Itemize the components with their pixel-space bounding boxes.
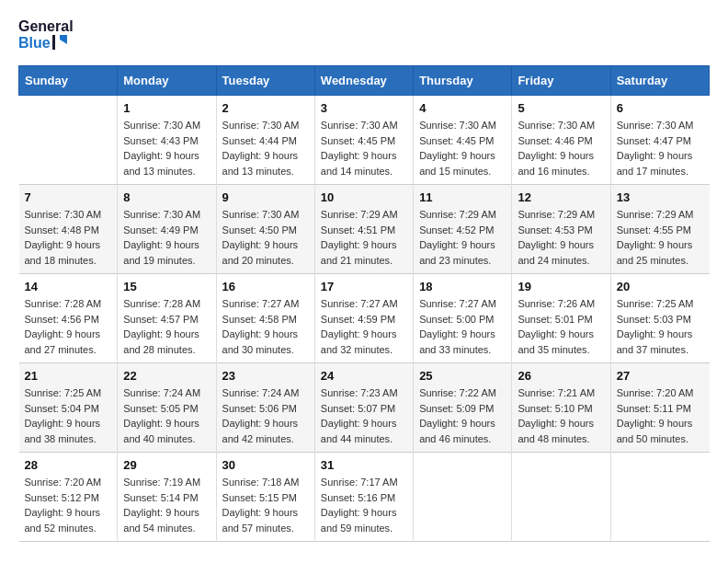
day-number: 21 — [25, 369, 112, 383]
logo-text-blue: Blue — [18, 35, 74, 52]
calendar-cell: 7Sunrise: 7:30 AMSunset: 4:48 PMDaylight… — [19, 185, 118, 274]
calendar-cell: 21Sunrise: 7:25 AMSunset: 5:04 PMDayligh… — [19, 363, 118, 453]
day-number: 9 — [222, 190, 309, 204]
day-number: 16 — [222, 280, 309, 293]
calendar-cell — [414, 453, 512, 542]
day-info: Sunrise: 7:28 AMSunset: 4:56 PMDaylight:… — [25, 296, 112, 357]
calendar-cell — [610, 453, 709, 542]
calendar-cell: 31Sunrise: 7:17 AMSunset: 5:16 PMDayligh… — [314, 453, 413, 542]
day-number: 17 — [321, 280, 407, 293]
calendar-week-row: 14Sunrise: 7:28 AMSunset: 4:56 PMDayligh… — [19, 274, 710, 363]
calendar-cell — [19, 96, 118, 185]
calendar-cell: 20Sunrise: 7:25 AMSunset: 5:03 PMDayligh… — [610, 274, 709, 363]
logo-image: General Blue — [18, 18, 74, 51]
calendar-cell: 4Sunrise: 7:30 AMSunset: 4:45 PMDaylight… — [414, 96, 512, 185]
calendar-cell: 24Sunrise: 7:23 AMSunset: 5:07 PMDayligh… — [314, 363, 413, 453]
calendar-week-row: 1Sunrise: 7:30 AMSunset: 4:43 PMDaylight… — [19, 96, 710, 185]
calendar-cell: 19Sunrise: 7:26 AMSunset: 5:01 PMDayligh… — [512, 274, 610, 363]
day-info: Sunrise: 7:30 AMSunset: 4:43 PMDaylight:… — [123, 118, 210, 178]
day-number: 18 — [419, 280, 506, 293]
day-number: 4 — [419, 101, 506, 115]
day-info: Sunrise: 7:24 AMSunset: 5:05 PMDaylight:… — [123, 385, 210, 446]
day-number: 13 — [617, 190, 704, 204]
day-info: Sunrise: 7:30 AMSunset: 4:50 PMDaylight:… — [222, 207, 309, 268]
day-info: Sunrise: 7:26 AMSunset: 5:01 PMDaylight:… — [518, 296, 604, 357]
calendar-cell: 5Sunrise: 7:30 AMSunset: 4:46 PMDaylight… — [512, 96, 610, 185]
day-number: 26 — [518, 369, 604, 383]
day-number: 30 — [222, 458, 309, 472]
calendar-cell: 18Sunrise: 7:27 AMSunset: 5:00 PMDayligh… — [414, 274, 512, 363]
calendar-cell — [512, 453, 610, 542]
calendar-cell: 28Sunrise: 7:20 AMSunset: 5:12 PMDayligh… — [19, 453, 118, 542]
day-number: 22 — [123, 369, 210, 383]
day-info: Sunrise: 7:22 AMSunset: 5:09 PMDaylight:… — [419, 385, 506, 446]
day-info: Sunrise: 7:17 AMSunset: 5:16 PMDaylight:… — [321, 475, 407, 535]
calendar-week-row: 28Sunrise: 7:20 AMSunset: 5:12 PMDayligh… — [19, 453, 710, 542]
day-number: 6 — [617, 101, 704, 115]
day-info: Sunrise: 7:25 AMSunset: 5:04 PMDaylight:… — [25, 385, 112, 446]
day-info: Sunrise: 7:30 AMSunset: 4:46 PMDaylight:… — [518, 118, 604, 178]
day-number: 7 — [25, 190, 112, 204]
weekday-header: Saturday — [610, 66, 709, 96]
day-info: Sunrise: 7:23 AMSunset: 5:07 PMDaylight:… — [321, 385, 407, 446]
day-info: Sunrise: 7:29 AMSunset: 4:55 PMDaylight:… — [617, 207, 704, 268]
calendar-cell: 29Sunrise: 7:19 AMSunset: 5:14 PMDayligh… — [118, 453, 216, 542]
day-info: Sunrise: 7:30 AMSunset: 4:47 PMDaylight:… — [617, 118, 704, 178]
calendar-cell: 22Sunrise: 7:24 AMSunset: 5:05 PMDayligh… — [118, 363, 216, 453]
svg-marker-0 — [60, 35, 67, 44]
calendar-cell: 25Sunrise: 7:22 AMSunset: 5:09 PMDayligh… — [414, 363, 512, 453]
day-number: 19 — [518, 280, 604, 293]
calendar-cell: 14Sunrise: 7:28 AMSunset: 4:56 PMDayligh… — [19, 274, 118, 363]
day-number: 2 — [222, 101, 309, 115]
day-info: Sunrise: 7:25 AMSunset: 5:03 PMDaylight:… — [617, 296, 704, 357]
calendar-cell: 10Sunrise: 7:29 AMSunset: 4:51 PMDayligh… — [314, 185, 413, 274]
page-header: General Blue — [18, 18, 710, 51]
calendar-cell: 8Sunrise: 7:30 AMSunset: 4:49 PMDaylight… — [118, 185, 216, 274]
calendar-cell: 12Sunrise: 7:29 AMSunset: 4:53 PMDayligh… — [512, 185, 610, 274]
day-info: Sunrise: 7:20 AMSunset: 5:11 PMDaylight:… — [617, 385, 704, 446]
day-info: Sunrise: 7:21 AMSunset: 5:10 PMDaylight:… — [518, 385, 604, 446]
svg-rect-1 — [52, 35, 55, 50]
calendar-cell: 16Sunrise: 7:27 AMSunset: 4:58 PMDayligh… — [216, 274, 314, 363]
day-info: Sunrise: 7:29 AMSunset: 4:51 PMDaylight:… — [321, 207, 407, 268]
day-info: Sunrise: 7:30 AMSunset: 4:48 PMDaylight:… — [25, 207, 112, 268]
calendar-cell: 23Sunrise: 7:24 AMSunset: 5:06 PMDayligh… — [216, 363, 314, 453]
calendar-cell: 3Sunrise: 7:30 AMSunset: 4:45 PMDaylight… — [314, 96, 413, 185]
day-number: 10 — [321, 190, 407, 204]
calendar-cell: 27Sunrise: 7:20 AMSunset: 5:11 PMDayligh… — [610, 363, 709, 453]
day-info: Sunrise: 7:27 AMSunset: 4:59 PMDaylight:… — [321, 296, 407, 357]
calendar-week-row: 21Sunrise: 7:25 AMSunset: 5:04 PMDayligh… — [19, 363, 710, 453]
weekday-header: Tuesday — [216, 66, 314, 96]
day-number: 20 — [617, 280, 704, 293]
day-number: 11 — [419, 190, 506, 204]
day-number: 27 — [617, 369, 704, 383]
logo-flag-icon — [52, 35, 67, 50]
day-number: 25 — [419, 369, 506, 383]
day-number: 23 — [222, 369, 309, 383]
day-number: 31 — [321, 458, 407, 472]
calendar-cell: 13Sunrise: 7:29 AMSunset: 4:55 PMDayligh… — [610, 185, 709, 274]
calendar-cell: 11Sunrise: 7:29 AMSunset: 4:52 PMDayligh… — [414, 185, 512, 274]
day-info: Sunrise: 7:29 AMSunset: 4:52 PMDaylight:… — [419, 207, 506, 268]
day-info: Sunrise: 7:24 AMSunset: 5:06 PMDaylight:… — [222, 385, 309, 446]
calendar-cell: 17Sunrise: 7:27 AMSunset: 4:59 PMDayligh… — [314, 274, 413, 363]
weekday-header: Wednesday — [314, 66, 413, 96]
day-info: Sunrise: 7:30 AMSunset: 4:45 PMDaylight:… — [321, 118, 407, 178]
logo-text-general: General — [18, 18, 74, 35]
weekday-header: Friday — [512, 66, 610, 96]
day-number: 28 — [25, 458, 112, 472]
calendar-cell: 26Sunrise: 7:21 AMSunset: 5:10 PMDayligh… — [512, 363, 610, 453]
logo: General Blue — [18, 18, 74, 51]
day-info: Sunrise: 7:29 AMSunset: 4:53 PMDaylight:… — [518, 207, 604, 268]
day-number: 12 — [518, 190, 604, 204]
calendar-cell: 30Sunrise: 7:18 AMSunset: 5:15 PMDayligh… — [216, 453, 314, 542]
weekday-header: Monday — [118, 66, 216, 96]
day-info: Sunrise: 7:28 AMSunset: 4:57 PMDaylight:… — [123, 296, 210, 357]
day-number: 14 — [25, 280, 112, 293]
day-info: Sunrise: 7:30 AMSunset: 4:44 PMDaylight:… — [222, 118, 309, 178]
calendar-cell: 6Sunrise: 7:30 AMSunset: 4:47 PMDaylight… — [610, 96, 709, 185]
day-info: Sunrise: 7:30 AMSunset: 4:45 PMDaylight:… — [419, 118, 506, 178]
day-number: 29 — [123, 458, 210, 472]
day-number: 8 — [123, 190, 210, 204]
weekday-header: Sunday — [19, 66, 118, 96]
